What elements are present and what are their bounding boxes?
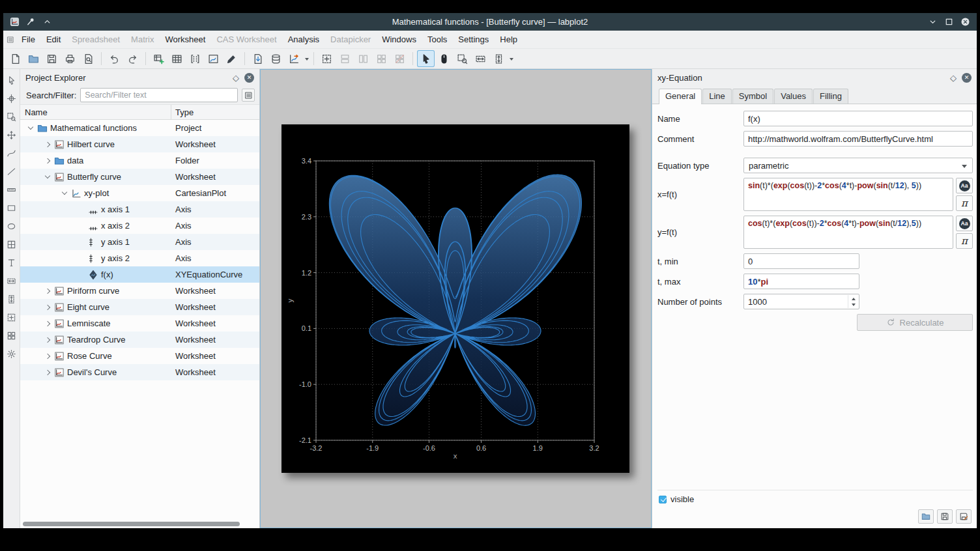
fit-tool-icon[interactable] bbox=[7, 313, 16, 322]
float-dock-icon[interactable]: ◇ bbox=[233, 73, 239, 83]
navigate-mode-button[interactable] bbox=[435, 50, 453, 67]
horizontal-layout-button[interactable] bbox=[354, 50, 372, 67]
x-formula-input[interactable]: sin(t)*(exp(cos(t))-2*cos(4*t)-pow(sin(t… bbox=[743, 178, 953, 211]
zoom-region-tool-icon[interactable] bbox=[7, 112, 16, 122]
import-sql-button[interactable] bbox=[267, 50, 285, 67]
tree-row-y-axis-1[interactable]: y axis 1Axis bbox=[20, 234, 259, 250]
equation-type-combobox[interactable]: parametric bbox=[743, 158, 973, 173]
scrollbar-handle[interactable] bbox=[23, 522, 240, 526]
text-tool-icon[interactable] bbox=[7, 258, 16, 268]
float-dock-icon[interactable]: ◇ bbox=[950, 73, 957, 83]
load-settings-button[interactable] bbox=[918, 509, 934, 524]
open-file-button[interactable] bbox=[25, 50, 42, 67]
column-header-type[interactable]: Type bbox=[171, 107, 259, 117]
close-button[interactable] bbox=[960, 17, 970, 27]
expander-closed-icon[interactable] bbox=[44, 157, 51, 165]
horizontal-scrollbar[interactable] bbox=[23, 522, 252, 526]
settings-tool-icon[interactable] bbox=[7, 349, 16, 359]
zoom-y-tool-icon[interactable] bbox=[7, 294, 16, 304]
select-tool-icon[interactable] bbox=[7, 76, 16, 85]
insert-constant-button[interactable]: Aa bbox=[956, 216, 973, 231]
tab-symbol[interactable]: Symbol bbox=[732, 89, 773, 104]
tree-row-x-axis-1[interactable]: x axis 1Axis bbox=[20, 201, 259, 218]
zoom-select-mode-button[interactable] bbox=[454, 50, 471, 67]
insert-function-button[interactable]: π bbox=[956, 195, 973, 211]
rect-tool-icon[interactable] bbox=[7, 203, 16, 213]
zoom-y-select-mode-button[interactable] bbox=[490, 50, 508, 67]
insert-constant-button[interactable]: Aa bbox=[956, 178, 973, 193]
ellipse-tool-icon[interactable] bbox=[7, 221, 16, 231]
crosshair-tool-icon[interactable] bbox=[7, 94, 16, 104]
close-dock-icon[interactable]: ✕ bbox=[244, 73, 254, 83]
zoom-x-select-mode-button[interactable] bbox=[472, 50, 489, 67]
layers-tool-icon[interactable] bbox=[7, 331, 16, 341]
undo-button[interactable] bbox=[106, 50, 123, 67]
expander-open-icon[interactable] bbox=[44, 173, 51, 181]
expander-closed-icon[interactable] bbox=[44, 352, 51, 360]
save-settings-button[interactable] bbox=[937, 509, 953, 524]
tree-row-rose-curve[interactable]: Rose CurveWorksheet bbox=[20, 348, 259, 364]
tab-values[interactable]: Values bbox=[774, 89, 813, 104]
y-formula-input[interactable]: cos(t)*(exp(cos(t))-2*cos(4*t)-pow(sin(t… bbox=[743, 216, 953, 249]
print-button[interactable] bbox=[61, 50, 79, 67]
menu-windows[interactable]: Windows bbox=[377, 32, 422, 47]
tree-row-piriform-curve[interactable]: Piriform curveWorksheet bbox=[20, 283, 259, 299]
vertical-layout-button[interactable] bbox=[336, 50, 354, 67]
new-worksheet-button[interactable] bbox=[205, 50, 222, 67]
tree-row-data[interactable]: dataFolder bbox=[20, 152, 259, 169]
tab-filling[interactable]: Filling bbox=[813, 89, 848, 104]
t-min-input[interactable] bbox=[743, 253, 859, 269]
redo-button[interactable] bbox=[124, 50, 141, 67]
tree-row-x-axis-2[interactable]: x axis 2Axis bbox=[20, 218, 259, 234]
grid-layout-button[interactable] bbox=[373, 50, 390, 67]
menubar-overflow-icon[interactable] bbox=[7, 36, 14, 44]
menu-tools[interactable]: Tools bbox=[422, 32, 452, 47]
tree-row-teardrop-curve[interactable]: Teardrop CurveWorksheet bbox=[20, 332, 259, 348]
menu-settings[interactable]: Settings bbox=[453, 32, 494, 47]
curve-tool-icon[interactable] bbox=[7, 148, 16, 158]
expander-open-icon[interactable] bbox=[61, 190, 68, 197]
save-file-button[interactable] bbox=[43, 50, 61, 67]
select-mode-button[interactable] bbox=[417, 50, 435, 67]
tab-general[interactable]: General bbox=[659, 89, 702, 104]
axis-tool-icon[interactable] bbox=[7, 185, 16, 195]
expander-closed-icon[interactable] bbox=[44, 336, 51, 344]
new-workbook-button[interactable] bbox=[150, 50, 167, 67]
recalculate-button[interactable]: Recalculate bbox=[857, 314, 973, 331]
print-preview-button[interactable] bbox=[79, 50, 97, 67]
menu-worksheet[interactable]: Worksheet bbox=[160, 32, 210, 47]
new-note-button[interactable] bbox=[223, 50, 240, 67]
expander-closed-icon[interactable] bbox=[44, 369, 51, 376]
spin-down-icon[interactable] bbox=[848, 302, 858, 308]
titlebar[interactable]: Mathematical functions - [Butterfly curv… bbox=[3, 13, 977, 31]
export-button[interactable] bbox=[285, 50, 303, 67]
tree-row-xy-plot[interactable]: xy-plotCartesianPlot bbox=[20, 185, 259, 201]
maximize-button[interactable] bbox=[944, 17, 954, 27]
search-filter-input[interactable] bbox=[80, 88, 238, 102]
dropdown-caret-icon[interactable] bbox=[508, 50, 514, 67]
worksheet-view[interactable]: -3.2-1.9-0.60.61.93.2-2.1-1.00.11.22.33.… bbox=[260, 69, 652, 528]
insert-function-button[interactable]: π bbox=[956, 233, 973, 249]
t-max-input[interactable]: 10*pi bbox=[743, 274, 859, 289]
tree-row-devil-s-curve[interactable]: Devil's CurveWorksheet bbox=[20, 364, 259, 380]
new-matrix-button[interactable] bbox=[186, 50, 204, 67]
close-dock-icon[interactable]: ✕ bbox=[962, 73, 972, 83]
plot-area[interactable]: -3.2-1.9-0.60.61.93.2-2.1-1.00.11.22.33.… bbox=[281, 124, 629, 473]
import-file-button[interactable] bbox=[249, 50, 267, 67]
grid-tool-icon[interactable] bbox=[7, 240, 16, 249]
menu-analysis[interactable]: Analysis bbox=[283, 32, 324, 47]
comment-input[interactable] bbox=[743, 131, 973, 147]
keep-above-icon[interactable] bbox=[42, 17, 52, 27]
tree-row-hilbert-curve[interactable]: Hilbert curveWorksheet bbox=[20, 136, 259, 152]
tab-line[interactable]: Line bbox=[702, 89, 732, 104]
tree-row-mathematical-functions[interactable]: Mathematical functionsProject bbox=[20, 120, 259, 136]
expander-closed-icon[interactable] bbox=[44, 141, 51, 148]
zoom-x-tool-icon[interactable] bbox=[7, 276, 16, 286]
expander-closed-icon[interactable] bbox=[44, 304, 51, 311]
number-of-points-spinner[interactable]: 1000 bbox=[743, 294, 859, 309]
new-spreadsheet-button[interactable] bbox=[168, 50, 186, 67]
menu-file[interactable]: File bbox=[16, 32, 40, 47]
new-file-button[interactable] bbox=[7, 50, 24, 67]
line-tool-icon[interactable] bbox=[7, 167, 16, 177]
app-icon[interactable] bbox=[10, 17, 20, 27]
